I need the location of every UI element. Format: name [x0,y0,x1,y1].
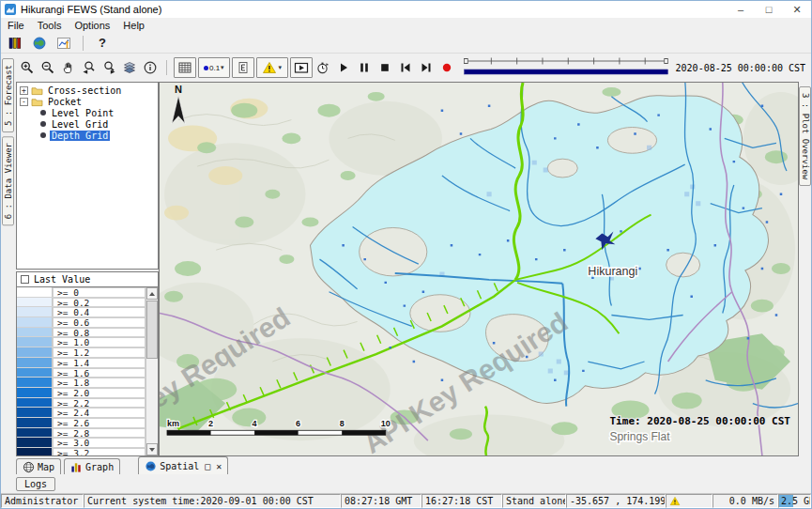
legend-row[interactable]: >= 2.0 [17,388,146,398]
legend-row[interactable]: >= 0.8 [17,328,146,338]
thresholds-dropdown[interactable]: ▾ [256,57,288,78]
tab-data-viewer[interactable]: 6 : Data Viewer [2,136,14,225]
tree-node-level-point[interactable]: Level Point [19,107,158,118]
help-button[interactable]: ? [92,34,113,53]
skip-to-end-button[interactable] [417,57,436,78]
right-tab-strip: 3 : Plot Overview [799,82,811,456]
play-button[interactable] [334,57,353,78]
scroll-down-button[interactable] [146,443,158,455]
tab-spatial[interactable]: Spatial □ ✕ [138,456,228,474]
tree-node-level-grid[interactable]: Level Grid [19,118,158,130]
legend-row[interactable]: >= 0 [17,287,146,298]
legend-row[interactable]: >= 2.6 [17,418,146,428]
last-value-checkbox[interactable] [21,275,29,284]
main-toolbar: ? [1,33,811,54]
map-time-label: Time: 2020-08-25 00:00:00 CST [609,415,790,427]
scrollbar-track[interactable] [146,359,158,443]
close-button[interactable]: ✕ [783,1,811,18]
zoom-previous-button[interactable] [80,57,99,78]
legend-row[interactable]: >= 1.8 [17,378,146,388]
animation-settings-button[interactable] [314,57,333,78]
status-mode: Stand alone [502,494,566,508]
scrollbar-thumb[interactable] [146,301,158,359]
tab-plot-overview[interactable]: 3 : Plot Overview [799,86,811,186]
status-warning-cell[interactable] [666,494,712,508]
menu-file[interactable]: File [1,20,31,31]
legend-row[interactable]: >= 1.2 [17,347,146,358]
collapse-icon[interactable]: - [20,98,28,106]
legend-swatch [17,418,53,427]
pause-button[interactable] [355,57,374,78]
tree-node-pocket[interactable]: - Pocket [19,96,158,107]
panel-maximize-button[interactable]: □ [205,461,210,471]
legend-row[interactable]: >= 2.4 [17,408,146,418]
tab-forecast[interactable]: 5 : Forecast [2,58,14,132]
svg-text:km: km [167,419,179,428]
legend-row[interactable]: >= 1.4 [17,358,146,368]
zoom-next-button[interactable] [100,57,118,78]
zoom-out-button[interactable] [38,57,57,78]
tree-node-cross-section[interactable]: + Cross-section [19,85,158,96]
status-user: Administrator [1,494,84,508]
legend-row[interactable]: >= 2.8 [17,428,146,439]
map-display-button[interactable] [29,34,50,53]
tab-map[interactable]: Map [16,458,61,474]
map-canvas[interactable]: N API Key Required API Key Required Hiku… [159,82,799,456]
legend-swatch [17,287,53,297]
legend-row[interactable]: >= 2.2 [17,398,146,409]
legend-row[interactable]: >= 0.2 [17,298,146,308]
zoom-in-button[interactable] [18,57,37,78]
legend-row[interactable]: >= 1.6 [17,368,146,378]
bullet-icon [40,110,46,116]
database-viewer-button[interactable] [5,34,25,53]
zoom-in-icon [20,60,35,75]
legend-row[interactable]: >= 3.0 [17,438,146,448]
label-e-icon [236,60,251,75]
legend-swatch [17,428,53,438]
folder-icon [31,97,43,107]
legend-scrollbar[interactable] [146,287,158,455]
wireframe-globe-icon [23,461,35,473]
legend-row[interactable]: >= 3.2 [17,448,146,455]
grid-display-button[interactable] [174,57,196,78]
toolbar-separator [83,36,84,51]
legend-row[interactable]: >= 0.6 [17,317,146,328]
panel-close-button[interactable]: ✕ [216,461,222,471]
menu-bar: File Tools Options Help [1,18,811,33]
tab-graph[interactable]: Graph [64,458,120,474]
svg-text:10: 10 [381,419,391,428]
tree-node-depth-grid[interactable]: Depth Grid [19,130,158,141]
record-button[interactable] [437,57,456,78]
layers-button[interactable] [120,57,139,78]
legend-row[interactable]: >= 1.0 [17,337,146,347]
pan-button[interactable] [59,57,78,78]
status-system-time: Current system time:2020-09-01 00:00 CST [84,494,341,508]
stop-button[interactable] [375,57,394,78]
menu-options[interactable]: Options [68,20,116,31]
movie-export-button[interactable] [290,57,313,78]
legend-row[interactable]: >= 0.4 [17,307,146,317]
arrow-up-icon [149,292,155,296]
menu-tools[interactable]: Tools [31,20,69,31]
skip-to-start-button[interactable] [396,57,415,78]
logs-button[interactable]: Logs [16,477,55,491]
legend-swatch [17,398,53,408]
hand-icon [61,60,76,75]
legend-swatch [17,328,53,337]
expand-icon[interactable]: + [20,86,28,95]
time-slider[interactable] [463,55,669,80]
maximize-button[interactable]: □ [755,1,783,18]
svg-text:6: 6 [296,419,300,428]
chevron-down-icon: ▾ [221,64,224,71]
line-chart-icon [56,36,71,51]
minimize-button[interactable]: – [727,1,755,18]
contour-value-dropdown[interactable]: 0.1▾ [198,57,230,78]
legend-panel: Last Value >= 0 >= 0.2 >= 0.4 >= 0.6 >= … [16,271,159,456]
timeseries-button[interactable] [54,34,74,53]
menu-help[interactable]: Help [116,20,151,31]
info-button[interactable] [141,57,160,78]
labels-button[interactable] [232,57,254,78]
scroll-up-button[interactable] [146,287,158,300]
bullet-icon [40,121,46,127]
skip-start-icon [398,60,413,75]
